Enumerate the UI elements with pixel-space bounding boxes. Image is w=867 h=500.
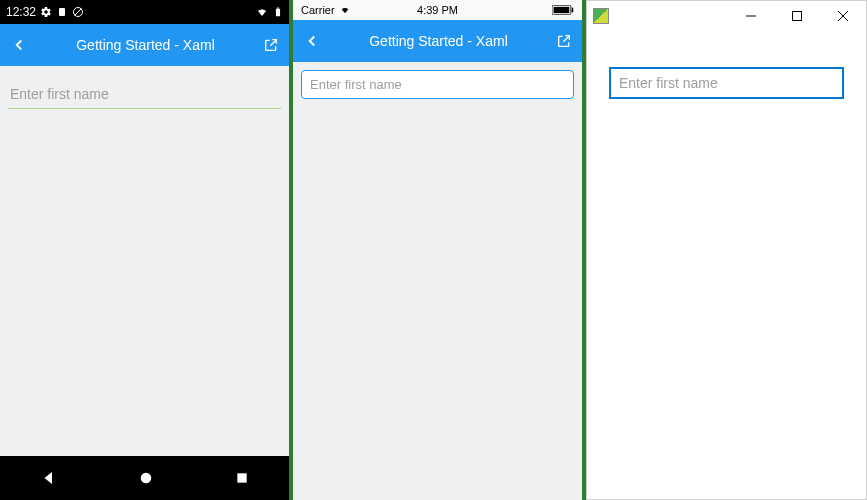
svg-rect-6 [237,473,246,482]
android-statusbar: 12:32 [0,0,289,24]
svg-point-5 [140,473,151,484]
window-controls [728,1,866,31]
android-navbar [0,456,289,500]
battery-icon [273,5,283,19]
gear-icon [40,6,52,18]
svg-rect-9 [572,8,574,13]
firstname-input[interactable] [301,70,574,99]
battery-icon [552,5,574,15]
page-title: Getting Started - Xaml [321,33,556,49]
svg-rect-0 [59,8,65,16]
minimize-button[interactable] [728,1,774,31]
firstname-field[interactable] [8,78,281,109]
firstname-input[interactable] [609,67,844,99]
external-link-icon[interactable] [556,33,572,49]
wifi-icon [255,6,269,18]
svg-rect-4 [277,7,279,8]
wifi-icon [339,5,351,15]
maximize-button[interactable] [774,1,820,31]
back-icon[interactable] [303,32,321,50]
android-content [0,66,289,456]
android-device: 12:32 Getting Started - Xaml [0,0,289,500]
svg-rect-11 [793,12,802,21]
no-icon [72,6,84,18]
page-title: Getting Started - Xaml [28,37,263,53]
nav-back-icon[interactable] [40,469,58,487]
svg-line-2 [75,9,82,16]
ios-time: 4:39 PM [417,4,458,16]
back-icon[interactable] [10,36,28,54]
android-time: 12:32 [6,5,36,19]
windows-content [587,31,866,499]
external-link-icon[interactable] [263,37,279,53]
ios-device: Carrier 4:39 PM Getting Started - Xaml [293,0,582,500]
nav-home-icon[interactable] [137,469,155,487]
android-topbar: Getting Started - Xaml [0,24,289,66]
ios-topbar: Getting Started - Xaml [293,20,582,62]
app-icon [593,8,609,24]
carrier-label: Carrier [301,4,335,16]
windows-device [586,0,867,500]
debug-icon [56,6,68,18]
windows-titlebar [587,1,866,31]
svg-rect-8 [554,7,570,13]
ios-statusbar: Carrier 4:39 PM [293,0,582,20]
input-underline [8,108,281,109]
close-button[interactable] [820,1,866,31]
nav-recent-icon[interactable] [234,470,250,486]
ios-content [293,62,582,500]
firstname-input[interactable] [8,78,281,108]
svg-rect-3 [276,9,280,17]
